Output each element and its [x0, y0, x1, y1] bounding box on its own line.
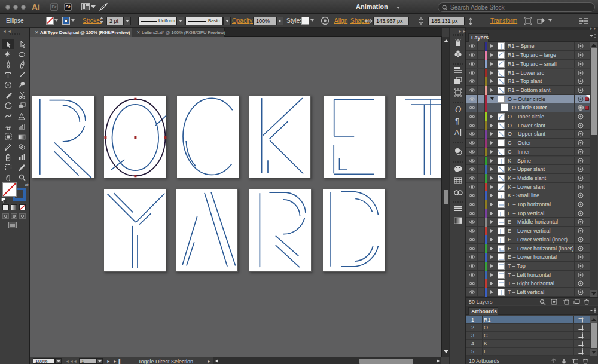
svg-text:A: A [454, 129, 459, 136]
svg-text:¶: ¶ [455, 117, 459, 125]
svg-text:O: O [455, 105, 461, 114]
